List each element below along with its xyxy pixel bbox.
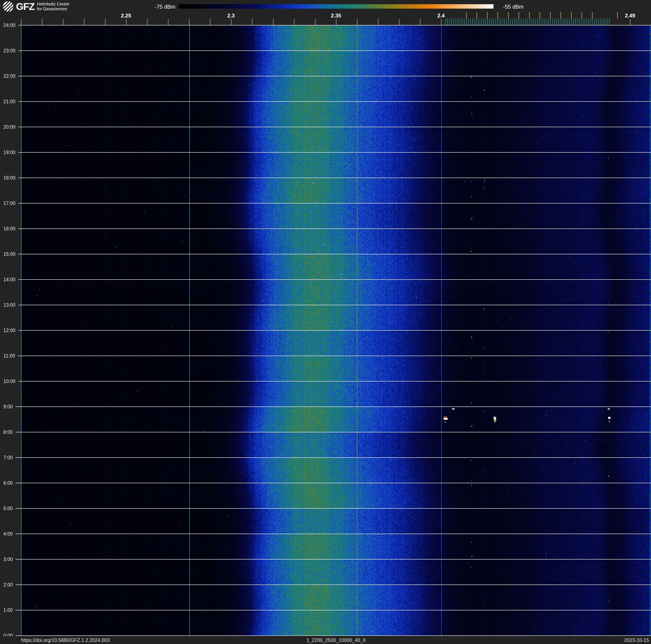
freq-tick-10mhz [147, 19, 148, 25]
time-label: 17:00 [3, 201, 16, 206]
colorbar-max-label: -55 dBm [503, 4, 524, 10]
bluetooth-channel-tick [496, 19, 496, 25]
bluetooth-channel-tick [510, 19, 511, 25]
bluetooth-advert-dot [471, 542, 471, 543]
time-label: 20:00 [3, 124, 16, 130]
bluetooth-channel-tick [580, 19, 580, 25]
rf-burst [443, 418, 448, 419]
rf-burst [494, 419, 496, 420]
bluetooth-advert-dot [608, 417, 609, 417]
bluetooth-channel-tick [546, 19, 547, 25]
freq-tick-10mhz [630, 19, 630, 25]
wifi-channel-tick [508, 12, 508, 19]
rf-burst [444, 417, 447, 418]
bluetooth-channel-tick [504, 19, 504, 25]
time-label: 14:00 [3, 277, 16, 283]
bluetooth-advert-dot [484, 90, 485, 91]
bluetooth-channel-tick [573, 19, 574, 25]
bluetooth-channel-tick [563, 19, 563, 25]
bluetooth-channel-tick [489, 19, 490, 25]
bluetooth-channel-tick [567, 19, 567, 25]
bluetooth-channel-tick [479, 19, 479, 25]
bluetooth-channel-tick [552, 19, 553, 25]
wifi-channel-tick [592, 12, 593, 19]
bluetooth-advert-dot [608, 302, 609, 303]
freq-tick-10mhz [42, 19, 42, 25]
bluetooth-channel-tick [529, 19, 530, 25]
bluetooth-channel-tick [477, 19, 477, 25]
bluetooth-advert-dot [484, 181, 485, 182]
bluetooth-channel-tick [466, 19, 467, 25]
rf-burst [610, 418, 611, 419]
freq-tick-10mhz [441, 19, 441, 25]
bluetooth-channel-tick [535, 19, 536, 25]
bluetooth-advert-dot [471, 114, 472, 115]
bluetooth-channel-tick [592, 19, 593, 25]
bluetooth-channel-tick [458, 19, 458, 25]
bluetooth-advert-dot [471, 217, 473, 218]
time-label: 12:00 [3, 328, 16, 333]
wifi-channel-tick [617, 12, 618, 19]
freq-tick-10mhz [105, 19, 105, 25]
bluetooth-channel-tick [571, 19, 571, 25]
bluetooth-channel-tick [584, 19, 584, 25]
wifi-channel-tick [529, 12, 530, 19]
bluetooth-channel-tick [515, 19, 515, 25]
bluetooth-channel-tick [494, 19, 494, 25]
bluetooth-advert-dot [471, 556, 472, 557]
bluetooth-channel-tick [472, 19, 473, 25]
bluetooth-channel-tick [596, 19, 597, 25]
bluetooth-channel-tick [460, 19, 460, 25]
bluetooth-channel-tick [544, 19, 544, 25]
footer-bar: https://doi.org/10.5880/GFZ.1.2.2024.003… [0, 636, 651, 644]
time-label: 7:00 [3, 455, 13, 461]
freq-axis-label: 2.25 [121, 12, 131, 19]
bluetooth-channel-tick [554, 19, 555, 25]
bluetooth-advert-dot [484, 368, 485, 369]
bluetooth-channel-tick [607, 19, 607, 25]
time-label: 8:00 [3, 430, 13, 435]
rf-burst [340, 274, 343, 274]
bluetooth-channel-tick [561, 19, 561, 25]
bluetooth-channel-tick [590, 19, 591, 25]
bluetooth-advert-dot [471, 486, 472, 486]
bluetooth-channel-tick [452, 19, 452, 25]
bluetooth-advert-dot [608, 601, 609, 601]
bluetooth-channel-tick [582, 19, 582, 25]
bluetooth-channel-tick [519, 19, 519, 25]
gfz-globe-icon [3, 1, 13, 12]
bluetooth-advert-dot [471, 567, 472, 568]
rf-burst [609, 421, 610, 422]
bluetooth-channel-tick [462, 19, 462, 25]
bluetooth-channel-tick [468, 19, 469, 25]
freq-tick-10mhz [315, 19, 315, 25]
freq-axis-label: 2.49 [625, 12, 635, 19]
dataset-id-text: 1_2200_2500_10000_40_0 [306, 638, 365, 643]
bluetooth-channel-tick [502, 19, 502, 25]
time-label: 21:00 [3, 99, 16, 105]
freq-tick-10mhz [273, 19, 273, 25]
time-label: 4:00 [3, 531, 13, 537]
bluetooth-channel-tick [508, 19, 508, 25]
wifi-channel-tick [539, 12, 540, 19]
freq-tick-10mhz [210, 19, 210, 25]
bluetooth-advert-dot [484, 179, 486, 180]
time-label: 5:00 [3, 506, 13, 511]
time-label: 10:00 [3, 379, 16, 384]
wifi-channel-tick [497, 12, 498, 19]
bluetooth-advert-dot [471, 219, 472, 220]
wifi-channel-tick [476, 12, 477, 19]
bluetooth-channel-tick [474, 19, 475, 25]
bluetooth-advert-dot [471, 403, 472, 404]
time-label: 13:00 [3, 302, 16, 308]
time-label: 18:00 [3, 175, 16, 181]
bluetooth-advert-dot [471, 376, 472, 377]
freq-tick-10mhz [189, 19, 189, 25]
time-label: 1:00 [3, 608, 13, 613]
bluetooth-channel-tick [533, 19, 534, 25]
freq-tick-10mhz [84, 19, 85, 25]
bluetooth-advert-dot [471, 77, 471, 78]
freq-tick-10mhz [294, 19, 294, 25]
bluetooth-channel-tick [506, 19, 506, 25]
spectrogram-page: GFZ Helmholtz Centre for Geosciences -75… [0, 0, 651, 644]
